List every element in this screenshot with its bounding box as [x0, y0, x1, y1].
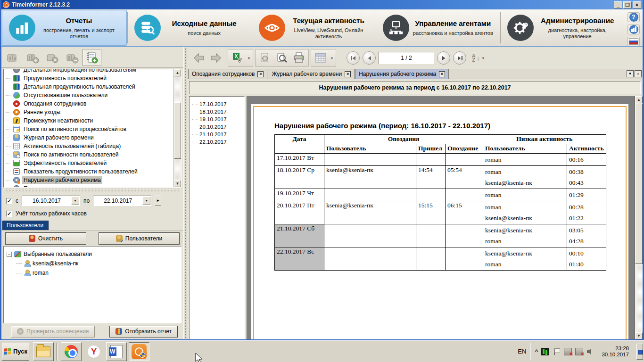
period-next-button[interactable]: ►	[155, 196, 161, 206]
add-note-button[interactable]	[83, 49, 101, 66]
file-manager-button[interactable]	[33, 342, 54, 361]
date-tree-item[interactable]: 19.10.2017	[190, 115, 244, 123]
tray-expand-icon[interactable]: ^	[535, 348, 538, 355]
print-button[interactable]	[291, 50, 307, 66]
date-from-combobox[interactable]: 16.10.2017 ▼	[22, 196, 80, 206]
tree-scroll-thumb[interactable]	[174, 102, 181, 159]
collapse-icon[interactable]: −	[7, 252, 12, 257]
tree-item[interactable]: Опоздания сотрудников	[4, 99, 173, 108]
workhours-checkbox[interactable]: ✓	[6, 211, 12, 217]
forward-button[interactable]	[208, 50, 224, 66]
horizontal-splitter[interactable]	[6, 189, 179, 193]
sort-az-button[interactable]: AZ ↓ ▼	[470, 49, 487, 67]
word-button[interactable]	[106, 342, 127, 361]
close-icon[interactable]: ×	[345, 71, 351, 77]
yandex-browser-button[interactable]: Y	[83, 342, 104, 361]
timeinformer-taskbar-button[interactable]	[129, 342, 149, 361]
tab-list-dropdown-icon[interactable]: ▼	[627, 70, 634, 77]
last-page-button[interactable]	[453, 51, 466, 65]
table-view-button[interactable]	[313, 50, 329, 66]
tree-item[interactable]: Показатель продуктивности пользователей	[4, 167, 173, 176]
clock[interactable]: 23:28 30.10.2017	[598, 346, 633, 358]
report-options-button[interactable]	[257, 50, 273, 66]
tree-item[interactable]: Журнал рабочего времени	[4, 133, 173, 142]
network-disconnected-icon-2[interactable]	[575, 348, 583, 355]
date-tree-item[interactable]: 20.10.2017	[190, 123, 244, 131]
first-page-button[interactable]	[347, 51, 360, 65]
help-button[interactable]: ?	[627, 12, 640, 22]
report-tab[interactable]: Опоздания сотрудников×	[188, 69, 267, 79]
open-report-button[interactable]	[3, 49, 22, 66]
close-icon[interactable]: ×	[257, 71, 264, 77]
viewer-scroll-thumb[interactable]	[635, 104, 643, 264]
report-settings-button[interactable]	[43, 49, 62, 66]
close-icon[interactable]: ×	[439, 71, 445, 77]
sort-dropdown-icon[interactable]: ▼	[481, 57, 486, 60]
ribbon-section-agent-management[interactable]: Управление агентамирасстановка и настрой…	[376, 9, 500, 46]
network-disconnected-icon[interactable]	[564, 348, 572, 355]
ribbon-section-current-activity[interactable]: Текущая активностьLiveView, LiveSound, О…	[252, 9, 376, 46]
add-report-button[interactable]	[23, 49, 42, 66]
show-desktop-button[interactable]	[636, 344, 643, 360]
print-preview-button[interactable]	[274, 50, 290, 66]
tree-item[interactable]: Детальная продуктивность пользователей	[4, 82, 173, 91]
page-indicator[interactable]: 1 / 2	[379, 52, 434, 64]
ribbon-section-administration[interactable]: Администрированиедиагностика, настройка,…	[501, 9, 625, 46]
tree-scrollbar[interactable]: ▲ ▼	[173, 69, 181, 187]
tree-item[interactable]: Ранние уходы	[4, 108, 173, 116]
tree-item[interactable]: Отсутствовавшие пользователи	[4, 91, 173, 99]
language-button[interactable]	[627, 37, 640, 46]
select-users-button[interactable]: Пользователи	[99, 232, 180, 245]
export-dropdown-icon[interactable]: ▼	[247, 57, 251, 60]
selected-users-root[interactable]: − Выбранные пользователи	[6, 249, 179, 259]
date-tree-item[interactable]: 17.10.2017	[190, 100, 244, 108]
remove-report-button[interactable]	[63, 49, 82, 66]
report-tab[interactable]: Нарушения рабочего режима×	[355, 69, 449, 79]
tree-item[interactable]: Эффективность пользователей	[4, 159, 173, 167]
minimize-button[interactable]: _	[614, 1, 622, 8]
viewer-scrollbar[interactable]: ▲ ▼	[635, 96, 643, 339]
tree-item[interactable]: Нарушения рабочего режима	[4, 176, 173, 184]
next-page-button[interactable]	[437, 51, 450, 65]
chrome-button[interactable]	[61, 342, 82, 361]
flag-tray-icon[interactable]	[553, 348, 561, 355]
language-indicator[interactable]: EN	[514, 348, 530, 355]
start-button[interactable]: Пуск	[2, 343, 29, 361]
restore-button[interactable]: ❐	[623, 1, 632, 8]
scroll-up-icon[interactable]: ▲	[174, 69, 181, 76]
period-checkbox[interactable]: ✓	[6, 198, 12, 204]
volume-icon[interactable]	[586, 348, 594, 355]
selected-user-item[interactable]: ksenia@ksenia-пк	[6, 259, 179, 268]
chevron-down-icon[interactable]: ▼	[71, 197, 79, 205]
tree-item[interactable]: Детальная информация по пользователям	[4, 69, 173, 74]
scroll-down-icon[interactable]: ▼	[174, 180, 181, 187]
users-tab[interactable]: Пользователи	[2, 221, 183, 230]
close-button[interactable]: ×	[633, 1, 641, 8]
export-excel-button[interactable]: X	[230, 50, 246, 66]
scroll-up-icon[interactable]: ▲	[635, 96, 643, 103]
table-view-dropdown-icon[interactable]: ▼	[330, 57, 334, 60]
vertical-splitter[interactable]	[183, 47, 187, 339]
date-tree-item[interactable]: 18.10.2017	[190, 108, 244, 115]
check-alerts-button[interactable]: Проверить оповещения	[11, 326, 95, 337]
tree-item[interactable]: Продуктивность пользователей	[4, 74, 173, 82]
tree-item[interactable]: Поиск по активности процессов/сайтов	[4, 125, 173, 133]
statistics-button[interactable]	[627, 25, 640, 34]
selected-user-item[interactable]: roman	[6, 268, 179, 278]
report-tab[interactable]: Журнал рабочего времени×	[268, 69, 355, 79]
ribbon-section-source-data[interactable]: Исходные данныепоиск данных	[128, 9, 252, 46]
previous-page-button[interactable]	[363, 51, 376, 65]
agent-monitor-tray-icon[interactable]	[541, 348, 549, 355]
scroll-down-icon[interactable]: ▼	[635, 332, 643, 339]
tree-item[interactable]: Поиск по активности пользователей	[4, 150, 173, 159]
ribbon-section-reports[interactable]: Отчетыпостроение, печать и экспорт отчет…	[2, 10, 127, 46]
tab-close-icon[interactable]: ×	[635, 70, 642, 77]
date-tree-item[interactable]: 21.10.2017	[190, 131, 244, 138]
date-tree-item[interactable]: 22.10.2017	[190, 138, 244, 146]
tree-item[interactable]: Посещения сотрудников	[4, 184, 173, 188]
tree-item[interactable]: Промежутки неактивности	[4, 116, 173, 125]
clear-users-button[interactable]: Очистить	[5, 232, 86, 245]
chevron-down-icon[interactable]: ▼	[142, 197, 150, 205]
date-to-combobox[interactable]: 22.10.2017 ▼	[93, 196, 151, 206]
show-report-button[interactable]: Отобразить отчет	[109, 326, 178, 337]
